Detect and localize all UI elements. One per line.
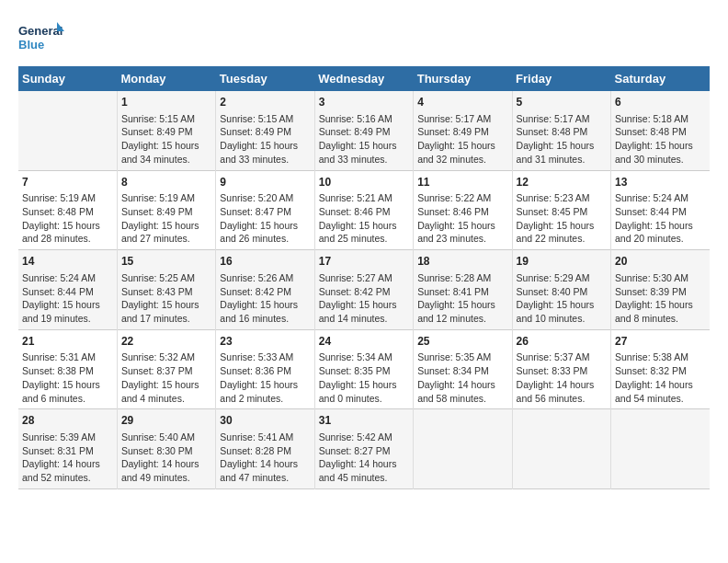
cell-sun-info: Sunrise: 5:29 AMSunset: 8:40 PMDaylight:…: [517, 271, 607, 326]
calendar-table: SundayMondayTuesdayWednesdayThursdayFrid…: [18, 66, 710, 489]
cell-sun-info: Sunrise: 5:21 AMSunset: 8:46 PMDaylight:…: [319, 191, 409, 246]
cell-sun-info: Sunrise: 5:19 AMSunset: 8:49 PMDaylight:…: [121, 191, 211, 246]
calendar-cell: 25 Sunrise: 5:35 AMSunset: 8:34 PMDaylig…: [414, 329, 512, 409]
calendar-cell: 11 Sunrise: 5:22 AMSunset: 8:46 PMDaylig…: [414, 170, 512, 250]
day-number: 4: [417, 95, 507, 110]
calendar-cell: 31 Sunrise: 5:42 AMSunset: 8:27 PMDaylig…: [314, 409, 413, 489]
svg-text:Blue: Blue: [18, 38, 44, 52]
day-number: 13: [615, 175, 706, 190]
logo-svg: General Blue: [18, 18, 64, 57]
column-header-tuesday: Tuesday: [216, 66, 314, 91]
cell-sun-info: Sunrise: 5:34 AMSunset: 8:35 PMDaylight:…: [319, 350, 409, 405]
calendar-cell: 3 Sunrise: 5:16 AMSunset: 8:49 PMDayligh…: [314, 91, 413, 170]
day-number: 27: [615, 334, 706, 350]
cell-sun-info: Sunrise: 5:24 AMSunset: 8:44 PMDaylight:…: [22, 271, 113, 326]
cell-sun-info: Sunrise: 5:25 AMSunset: 8:43 PMDaylight:…: [121, 271, 211, 326]
day-number: 26: [517, 334, 607, 350]
day-number: 5: [517, 95, 607, 110]
cell-sun-info: Sunrise: 5:15 AMSunset: 8:49 PMDaylight:…: [220, 112, 310, 167]
calendar-cell: 15 Sunrise: 5:25 AMSunset: 8:43 PMDaylig…: [117, 250, 215, 330]
column-header-sunday: Sunday: [18, 66, 117, 91]
calendar-cell: 14 Sunrise: 5:24 AMSunset: 8:44 PMDaylig…: [18, 250, 117, 330]
calendar-cell: [512, 409, 610, 489]
week-row-1: 1 Sunrise: 5:15 AMSunset: 8:49 PMDayligh…: [18, 91, 710, 170]
calendar-cell: 21 Sunrise: 5:31 AMSunset: 8:38 PMDaylig…: [18, 329, 117, 409]
cell-sun-info: Sunrise: 5:22 AMSunset: 8:46 PMDaylight:…: [417, 191, 507, 246]
calendar-cell: 20 Sunrise: 5:30 AMSunset: 8:39 PMDaylig…: [611, 250, 710, 330]
day-number: 1: [121, 95, 211, 110]
day-number: 11: [417, 175, 507, 190]
calendar-cell: 6 Sunrise: 5:18 AMSunset: 8:48 PMDayligh…: [611, 91, 710, 170]
cell-sun-info: Sunrise: 5:17 AMSunset: 8:49 PMDaylight:…: [417, 112, 507, 167]
day-number: 6: [615, 95, 706, 110]
day-number: 10: [319, 175, 409, 190]
calendar-cell: 24 Sunrise: 5:34 AMSunset: 8:35 PMDaylig…: [314, 329, 413, 409]
week-row-2: 7 Sunrise: 5:19 AMSunset: 8:48 PMDayligh…: [18, 170, 710, 250]
logo: General Blue: [18, 18, 64, 57]
cell-sun-info: Sunrise: 5:17 AMSunset: 8:48 PMDaylight:…: [517, 112, 607, 167]
cell-sun-info: Sunrise: 5:27 AMSunset: 8:42 PMDaylight:…: [319, 271, 409, 326]
calendar-cell: 4 Sunrise: 5:17 AMSunset: 8:49 PMDayligh…: [414, 91, 512, 170]
cell-sun-info: Sunrise: 5:16 AMSunset: 8:49 PMDaylight:…: [319, 112, 409, 167]
calendar-cell: 30 Sunrise: 5:41 AMSunset: 8:28 PMDaylig…: [216, 409, 314, 489]
day-number: 18: [417, 254, 507, 270]
week-row-4: 21 Sunrise: 5:31 AMSunset: 8:38 PMDaylig…: [18, 329, 710, 409]
column-header-wednesday: Wednesday: [314, 66, 413, 91]
calendar-cell: 8 Sunrise: 5:19 AMSunset: 8:49 PMDayligh…: [117, 170, 215, 250]
day-number: 16: [220, 254, 310, 270]
day-number: 22: [121, 334, 211, 350]
calendar-cell: 17 Sunrise: 5:27 AMSunset: 8:42 PMDaylig…: [314, 250, 413, 330]
header-row: SundayMondayTuesdayWednesdayThursdayFrid…: [18, 66, 710, 91]
calendar-cell: 13 Sunrise: 5:24 AMSunset: 8:44 PMDaylig…: [611, 170, 710, 250]
calendar-cell: 23 Sunrise: 5:33 AMSunset: 8:36 PMDaylig…: [216, 329, 314, 409]
cell-sun-info: Sunrise: 5:38 AMSunset: 8:32 PMDaylight:…: [615, 350, 706, 405]
day-number: 3: [319, 95, 409, 110]
day-number: 7: [22, 175, 113, 190]
cell-sun-info: Sunrise: 5:26 AMSunset: 8:42 PMDaylight:…: [220, 271, 310, 326]
cell-sun-info: Sunrise: 5:41 AMSunset: 8:28 PMDaylight:…: [220, 431, 310, 485]
cell-sun-info: Sunrise: 5:42 AMSunset: 8:27 PMDaylight:…: [319, 431, 409, 485]
day-number: 24: [319, 334, 409, 350]
cell-sun-info: Sunrise: 5:32 AMSunset: 8:37 PMDaylight:…: [121, 350, 211, 405]
calendar-cell: 22 Sunrise: 5:32 AMSunset: 8:37 PMDaylig…: [117, 329, 215, 409]
column-header-monday: Monday: [117, 66, 215, 91]
cell-sun-info: Sunrise: 5:15 AMSunset: 8:49 PMDaylight:…: [121, 112, 211, 167]
calendar-cell: 18 Sunrise: 5:28 AMSunset: 8:41 PMDaylig…: [414, 250, 512, 330]
day-number: 30: [220, 413, 310, 429]
calendar-cell: 9 Sunrise: 5:20 AMSunset: 8:47 PMDayligh…: [216, 170, 314, 250]
day-number: 31: [319, 413, 409, 429]
cell-sun-info: Sunrise: 5:23 AMSunset: 8:45 PMDaylight:…: [517, 191, 607, 246]
cell-sun-info: Sunrise: 5:37 AMSunset: 8:33 PMDaylight:…: [517, 350, 607, 405]
day-number: 25: [417, 334, 507, 350]
calendar-cell: 26 Sunrise: 5:37 AMSunset: 8:33 PMDaylig…: [512, 329, 610, 409]
cell-sun-info: Sunrise: 5:20 AMSunset: 8:47 PMDaylight:…: [220, 191, 310, 246]
calendar-cell: 1 Sunrise: 5:15 AMSunset: 8:49 PMDayligh…: [117, 91, 215, 170]
calendar-cell: 27 Sunrise: 5:38 AMSunset: 8:32 PMDaylig…: [611, 329, 710, 409]
cell-sun-info: Sunrise: 5:39 AMSunset: 8:31 PMDaylight:…: [22, 431, 113, 485]
column-header-thursday: Thursday: [414, 66, 512, 91]
cell-sun-info: Sunrise: 5:33 AMSunset: 8:36 PMDaylight:…: [220, 350, 310, 405]
day-number: 28: [22, 413, 113, 429]
day-number: 9: [220, 175, 310, 190]
day-number: 12: [517, 175, 607, 190]
calendar-cell: 16 Sunrise: 5:26 AMSunset: 8:42 PMDaylig…: [216, 250, 314, 330]
cell-sun-info: Sunrise: 5:35 AMSunset: 8:34 PMDaylight:…: [417, 350, 507, 405]
header: General Blue: [18, 18, 710, 57]
calendar-cell: 7 Sunrise: 5:19 AMSunset: 8:48 PMDayligh…: [18, 170, 117, 250]
day-number: 15: [121, 254, 211, 270]
calendar-cell: [414, 409, 512, 489]
column-header-friday: Friday: [512, 66, 610, 91]
calendar-cell: 5 Sunrise: 5:17 AMSunset: 8:48 PMDayligh…: [512, 91, 610, 170]
svg-text:General: General: [18, 24, 63, 38]
day-number: 29: [121, 413, 211, 429]
cell-sun-info: Sunrise: 5:28 AMSunset: 8:41 PMDaylight:…: [417, 271, 507, 326]
day-number: 23: [220, 334, 310, 350]
calendar-cell: 12 Sunrise: 5:23 AMSunset: 8:45 PMDaylig…: [512, 170, 610, 250]
week-row-5: 28 Sunrise: 5:39 AMSunset: 8:31 PMDaylig…: [18, 409, 710, 489]
cell-sun-info: Sunrise: 5:40 AMSunset: 8:30 PMDaylight:…: [121, 431, 211, 485]
column-header-saturday: Saturday: [611, 66, 710, 91]
day-number: 2: [220, 95, 310, 110]
calendar-cell: 29 Sunrise: 5:40 AMSunset: 8:30 PMDaylig…: [117, 409, 215, 489]
calendar-cell: 10 Sunrise: 5:21 AMSunset: 8:46 PMDaylig…: [314, 170, 413, 250]
day-number: 17: [319, 254, 409, 270]
